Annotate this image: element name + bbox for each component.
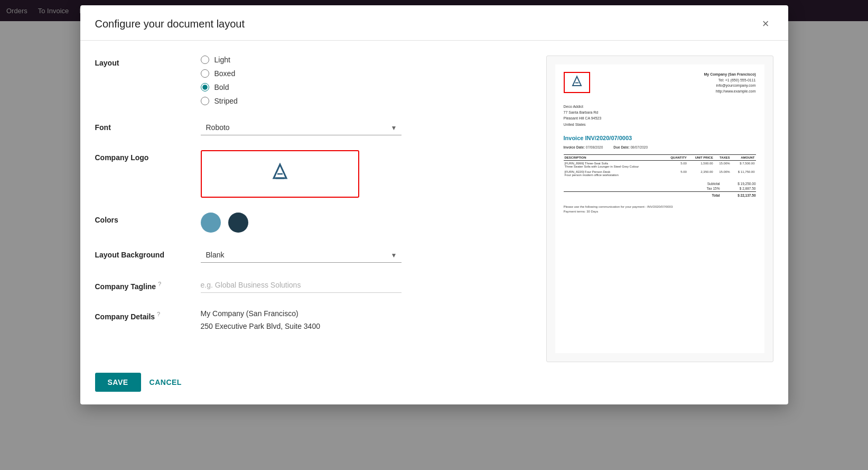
form-section: Layout Light Boxed [95,56,546,362]
preview-row1-qty: 5.00 [664,160,687,169]
company-logo-upload[interactable] [201,150,359,198]
preview-total-value: $ 22,137.50 [724,193,756,197]
dialog-body: Layout Light Boxed [80,41,788,362]
radio-option-boxed[interactable]: Boxed [201,69,525,78]
preview-subtotal-row: Subtotal $ 19,250.00 [564,182,756,186]
cancel-button[interactable]: CANCEL [150,378,182,386]
company-details-control: My Company (San Francisco) 250 Executive… [201,308,525,333]
company-logo-control [201,150,525,198]
company-logo-icon [270,162,290,186]
preview-row1-desc: [FURN_8999] Three-Seat Sofa Three Seater… [564,160,664,169]
preview-subtotal-value: $ 19,250.00 [724,182,756,186]
preview-logo-icon [571,75,583,90]
preview-row2-unit: 2,350.00 [688,169,714,178]
layout-background-select-wrapper: Blank Geometric Custom ▼ [201,247,402,263]
radio-striped[interactable] [201,97,209,105]
company-details-line2: 250 Executive Park Blvd, Suite 3400 [201,320,525,333]
preview-row-1: [FURN_8999] Three-Seat Sofa Three Seater… [564,160,756,169]
radio-option-light[interactable]: Light [201,56,525,64]
company-details-text: My Company (San Francisco) 250 Executive… [201,308,525,333]
preview-due-date: Due Date: 08/07/2020 [613,145,648,149]
preview-row2-amount: $ 11,750.00 [731,169,756,178]
company-tagline-control [201,278,525,293]
company-details-row: Company Details ? My Company (San Franci… [95,308,525,333]
radio-option-bold[interactable]: Bold [201,83,525,91]
preview-recipient-addr2: Pleasant Hill CA 94523 [564,115,756,121]
preview-col-taxes: TAXES [714,154,731,160]
tagline-help-icon: ? [158,281,161,287]
colors-label: Colors [95,213,201,224]
radio-boxed[interactable] [201,69,209,78]
preview-recipient-name: Deco Addict [564,104,756,109]
preview-total-row: Total $ 22,137.50 [564,191,756,197]
preview-inner: My Company (San Francisco) Tel: +1 (650)… [555,64,764,353]
preview-company-website: http://www.example.com [704,89,755,95]
font-select-wrapper: Roboto Open Sans Lato Montserrat ▼ [201,120,402,135]
preview-invoice-title: Invoice INV/2020/07/0003 [564,135,756,141]
preview-col-quantity: QUANTITY [664,154,687,160]
preview-tax-row: Tax 15% $ 2,887.50 [564,187,756,190]
preview-col-unit-price: UNIT PRICE [688,154,714,160]
preview-row2-qty: 5.00 [664,169,687,178]
preview-total-label: Total [682,193,724,197]
color-swatch-2[interactable] [228,213,248,233]
layout-options: Light Boxed Bold [201,56,525,105]
dialog-title: Configure your document layout [95,18,245,30]
preview-footer: Please use the following communication f… [564,205,756,214]
company-logo-label: Company Logo [95,150,201,162]
color-swatch-1[interactable] [201,213,221,233]
svg-marker-3 [573,76,581,85]
preview-logo-box [564,72,590,93]
preview-tax-value: $ 2,887.50 [724,187,756,190]
radio-option-striped[interactable]: Striped [201,97,525,105]
preview-row1-tax: 15.00% [714,160,731,169]
details-help-icon: ? [157,311,160,317]
company-tagline-label: Company Tagline ? [95,278,201,291]
preview-company-info: My Company (San Francisco) Tel: +1 (650)… [704,72,755,94]
close-button[interactable]: × [758,16,773,32]
layout-row: Layout Light Boxed [95,56,525,105]
layout-background-label: Layout Background [95,247,201,259]
preview-col-amount: AMOUNT [731,154,756,160]
preview-row2-tax: 15.00% [714,169,731,178]
preview-tax-label: Tax 15% [682,187,724,190]
preview-row-2: [FURN_8220] Four Person Desk Four person… [564,169,756,178]
company-logo-row: Company Logo [95,150,525,198]
font-select[interactable]: Roboto Open Sans Lato Montserrat [201,120,402,135]
company-tagline-row: Company Tagline ? [95,278,525,293]
font-control: Roboto Open Sans Lato Montserrat ▼ [201,120,525,135]
color-swatches [201,213,525,233]
layout-background-row: Layout Background Blank Geometric Custom… [95,247,525,263]
preview-payment-note: Please use the following communication f… [564,205,756,209]
preview-col-description: DESCRIPTION [564,154,664,160]
preview-payment-terms: Payment terms: 30 Days [564,209,756,214]
company-tagline-input[interactable] [201,278,402,293]
preview-recipient: Deco Addict 77 Santa Barbara Rd Pleasant… [564,104,756,127]
document-preview: My Company (San Francisco) Tel: +1 (650)… [546,56,773,362]
radio-bold[interactable] [201,83,209,91]
layout-background-control: Blank Geometric Custom ▼ [201,247,525,263]
layout-background-select[interactable]: Blank Geometric Custom [201,247,402,263]
radio-light-label: Light [214,56,230,64]
radio-bold-label: Bold [214,83,229,91]
colors-control [201,213,525,233]
dialog-header: Configure your document layout × [80,5,788,41]
preview-recipient-addr1: 77 Santa Barbara Rd [564,109,756,115]
preview-row2-desc: [FURN_8220] Four Person Desk Four person… [564,169,664,178]
radio-boxed-label: Boxed [214,69,236,78]
layout-label: Layout [95,56,201,67]
configure-layout-dialog: Configure your document layout × Layout … [80,5,788,404]
colors-row: Colors [95,213,525,233]
preview-invoice-date: Invoice Date: 07/08/2020 [564,145,603,149]
company-details-line1: My Company (San Francisco) [201,308,525,320]
font-row: Font Roboto Open Sans Lato Montserrat ▼ [95,120,525,135]
modal-overlay: Configure your document layout × Layout … [0,0,868,470]
preview-recipient-country: United States [564,122,756,127]
preview-company-email: info@yourcompany.com [704,83,755,89]
preview-row1-amount: $ 7,500.00 [731,160,756,169]
radio-striped-label: Striped [214,97,238,105]
font-label: Font [95,120,201,132]
save-button[interactable]: SAVE [95,373,141,392]
radio-light[interactable] [201,56,209,64]
preview-dates: Invoice Date: 07/08/2020 Due Date: 08/07… [564,145,756,149]
